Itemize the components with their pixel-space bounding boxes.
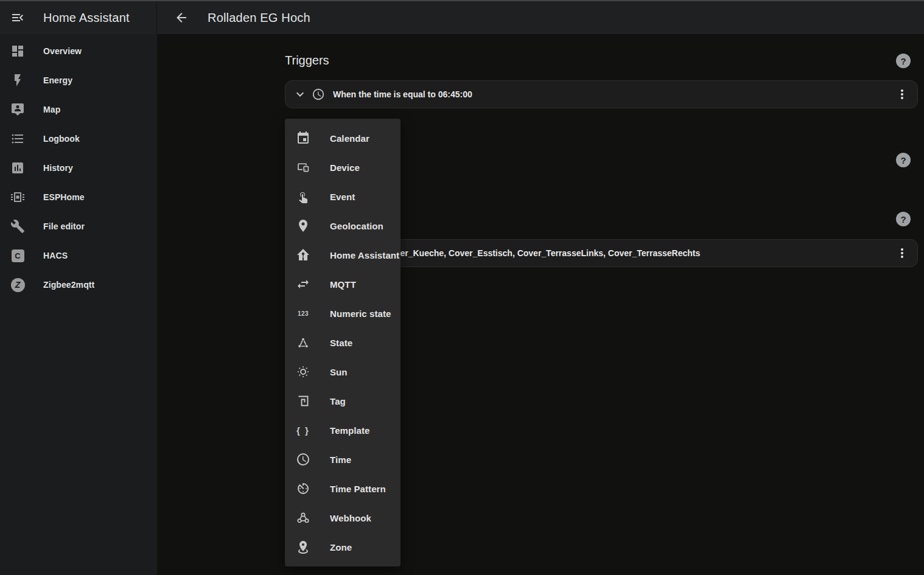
menu-item-home-assistant[interactable]: Home Assistant (285, 240, 401, 270)
zigbee2mqtt-icon: Z (10, 277, 25, 292)
wrench-icon (10, 219, 25, 234)
flash-icon (10, 73, 25, 88)
menu-item-label: State (330, 338, 352, 348)
trigger-card[interactable]: When the time is equal to 06:45:00 (285, 80, 918, 108)
menu-item-label: Home Assistant (330, 250, 399, 260)
back-button[interactable] (174, 10, 189, 25)
chip-icon (10, 190, 25, 204)
sidebar-item-label: Map (43, 105, 60, 114)
menu-item-geolocation[interactable]: Geolocation (285, 211, 401, 240)
menu-item-zone[interactable]: Zone (285, 532, 401, 562)
triggers-heading: Triggers (285, 54, 329, 68)
template-braces-icon: { } (296, 423, 310, 437)
menu-item-label: Time (330, 455, 351, 465)
menu-item-time-pattern[interactable]: Time Pattern (285, 474, 401, 503)
sidebar-item-file-editor[interactable]: File editor (0, 212, 157, 241)
sunny-icon (296, 364, 310, 379)
sidebar-item-label: Energy (43, 75, 72, 85)
menu-item-label: Template (330, 425, 370, 436)
swap-horizontal-icon (296, 277, 310, 291)
trigger-summary: When the time is equal to 06:45:00 (333, 89, 895, 99)
menu-item-mqtt[interactable]: MQTT (285, 270, 401, 299)
home-assistant-icon (296, 248, 310, 262)
sidebar-item-label: History (43, 163, 73, 173)
webhook-icon (296, 511, 310, 525)
menu-item-webhook[interactable]: Webhook (285, 503, 401, 532)
page-title: Rolladen EG Hoch (208, 11, 310, 25)
sidebar-item-label: File editor (43, 221, 85, 231)
menu-item-tag[interactable]: Tag (285, 386, 401, 416)
toolbar: Rolladen EG Hoch (157, 1, 924, 34)
clock-icon (312, 88, 325, 101)
help-icon: ? (900, 155, 906, 166)
menu-item-label: Webhook (330, 513, 371, 523)
help-icon: ? (900, 56, 906, 66)
actions-help-button[interactable]: ? (896, 212, 911, 226)
menu-item-label: Event (330, 192, 355, 202)
sidebar-item-map[interactable]: Map (0, 95, 157, 124)
menu-item-device[interactable]: Device (285, 153, 401, 182)
av-timer-icon (296, 481, 310, 496)
map-marker-icon (296, 218, 310, 233)
sidebar-header: Home Assistant (0, 1, 157, 34)
menu-item-label: Device (330, 162, 360, 173)
home-assistant-window: Home Assistant Rolladen EG Hoch Overview… (0, 0, 924, 575)
menu-item-label: Tag (330, 396, 346, 406)
devices-icon (296, 160, 310, 175)
arrow-left-icon (174, 10, 189, 25)
sidebar-item-label: Overview (43, 46, 82, 56)
sidebar-item-label: Logbook (43, 134, 80, 144)
add-trigger-menu: CalendarDeviceEventGeolocationHome Assis… (285, 119, 401, 566)
trigger-expand-button[interactable] (293, 87, 307, 102)
menu-item-state[interactable]: State (285, 328, 401, 357)
menu-open-icon (10, 10, 25, 25)
menu-item-label: Calendar (330, 133, 369, 144)
sidebar-item-hacs[interactable]: CHACS (0, 241, 157, 270)
view-dashboard-icon (10, 44, 25, 58)
automation-editor: Triggers ? When the time is equal to 06:… (157, 34, 924, 575)
menu-item-label: Sun (330, 367, 348, 377)
menu-item-sun[interactable]: Sun (285, 357, 401, 386)
menu-item-time[interactable]: Time (285, 445, 401, 474)
action-overflow-button[interactable] (895, 246, 909, 260)
menu-item-calendar[interactable]: Calendar (285, 124, 401, 153)
sidebar-title: Home Assistant (43, 11, 130, 25)
hacs-icon: C (10, 248, 25, 263)
sidebar-item-history[interactable]: History (0, 153, 157, 183)
trigger-overflow-button[interactable] (895, 87, 909, 102)
menu-item-label: Time Pattern (330, 484, 386, 494)
map-marker-radius-icon (296, 540, 310, 554)
sidebar-item-energy[interactable]: Energy (0, 66, 157, 95)
sidebar-toggle-button[interactable] (10, 10, 25, 25)
menu-item-label: Numeric state (330, 308, 391, 319)
sidebar: OverviewEnergyMapLogbookHistoryESPHomeFi… (0, 34, 157, 575)
clock-outline-icon (296, 452, 310, 467)
menu-item-label: Zone (330, 542, 352, 552)
triggers-help-button[interactable]: ? (896, 54, 911, 68)
sidebar-item-zigbee2mqtt[interactable]: ZZigbee2mqtt (0, 270, 157, 299)
sidebar-list: OverviewEnergyMapLogbookHistoryESPHomeFi… (0, 34, 157, 299)
menu-item-label: MQTT (330, 279, 356, 290)
nfc-icon (296, 394, 310, 408)
conditions-help-button[interactable]: ? (896, 153, 911, 167)
sidebar-item-label: HACS (43, 251, 68, 260)
menu-item-label: Geolocation (330, 221, 383, 231)
sidebar-item-label: Zigbee2mqtt (43, 280, 94, 290)
chevron-down-icon (293, 87, 307, 102)
window-top-edge (0, 0, 924, 1)
menu-item-numeric-state[interactable]: 123Numeric state (285, 299, 401, 328)
format-list-bulleted-icon (10, 131, 25, 146)
help-icon: ? (900, 214, 906, 225)
dots-vertical-icon (895, 246, 909, 260)
tooltip-account-icon (10, 102, 25, 117)
chart-box-icon (10, 161, 25, 175)
app-header: Home Assistant Rolladen EG Hoch (0, 1, 924, 34)
sidebar-item-esphome[interactable]: ESPHome (0, 183, 157, 212)
sidebar-item-logbook[interactable]: Logbook (0, 124, 157, 153)
state-machine-icon (296, 335, 310, 350)
menu-item-event[interactable]: Event (285, 182, 401, 211)
menu-item-template[interactable]: { }Template (285, 416, 401, 445)
dots-vertical-icon (895, 87, 909, 102)
numeric-icon: 123 (296, 306, 310, 321)
sidebar-item-overview[interactable]: Overview (0, 37, 157, 66)
